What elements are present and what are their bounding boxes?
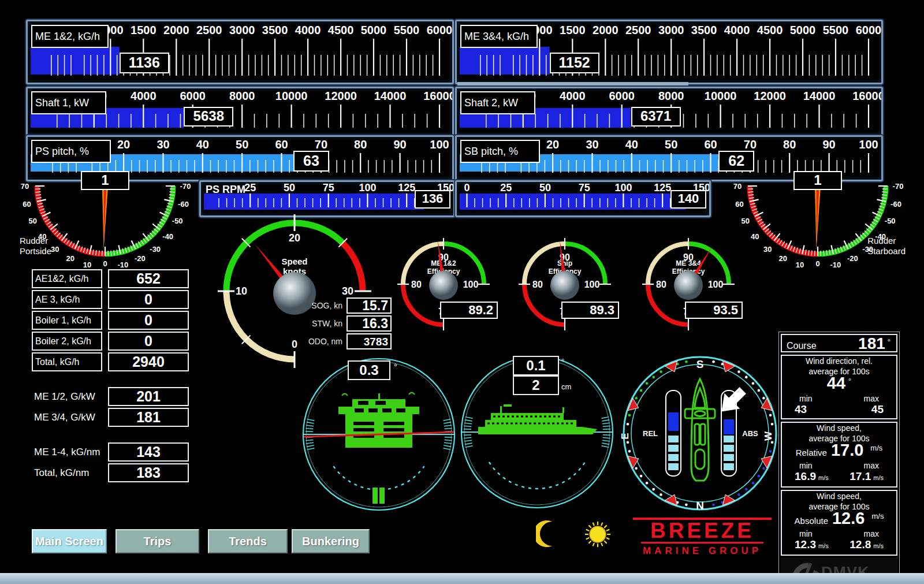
svg-text:N: N bbox=[696, 500, 704, 512]
svg-text:1500: 1500 bbox=[560, 24, 586, 36]
svg-text:60: 60 bbox=[23, 200, 31, 209]
svg-text:60: 60 bbox=[275, 138, 288, 151]
rudder-starboard-gauge: 706050403020100-10-20-30-40-50-60-70Rudd… bbox=[728, 171, 908, 270]
gauge-value-box: 6371 bbox=[631, 107, 681, 127]
svg-text:-10: -10 bbox=[118, 261, 129, 269]
sun-icon[interactable] bbox=[581, 518, 614, 551]
svg-text:70: 70 bbox=[744, 138, 757, 151]
gauge-value-box: 136 bbox=[415, 190, 450, 209]
svg-text:30: 30 bbox=[157, 138, 169, 151]
svg-text:80: 80 bbox=[411, 280, 422, 289]
svg-text:12000: 12000 bbox=[754, 90, 786, 102]
svg-text:Speed: Speed bbox=[281, 256, 307, 266]
svg-text:50: 50 bbox=[236, 138, 248, 151]
nav-panel: Course 181 ° Wind direction, rel. averag… bbox=[778, 332, 900, 584]
svg-text:ME 1&2: ME 1&2 bbox=[431, 259, 456, 267]
svg-text:2000: 2000 bbox=[593, 24, 619, 36]
svg-text:30: 30 bbox=[51, 245, 59, 254]
svg-text:8000: 8000 bbox=[229, 90, 255, 102]
svg-text:3000: 3000 bbox=[658, 24, 684, 36]
svg-text:S: S bbox=[696, 358, 704, 370]
main-screen-button[interactable]: Main Screen bbox=[32, 529, 107, 553]
me34-fuel-gauge: 1000150020002500300035004000450050005500… bbox=[455, 20, 883, 84]
svg-text:4000: 4000 bbox=[724, 24, 750, 36]
gauge-label: PS RPM bbox=[206, 184, 245, 196]
svg-text:20: 20 bbox=[117, 138, 130, 151]
svg-text:-50: -50 bbox=[885, 217, 896, 225]
gauge-label: Shaft 1, kW bbox=[31, 91, 106, 114]
table-row: ME 3/4, G/kW181 bbox=[32, 408, 189, 427]
me12-efficiency-gauge: 708090100ME 1&2Efficiency89.2 bbox=[385, 229, 502, 347]
svg-text:100: 100 bbox=[584, 280, 600, 289]
svg-text:E: E bbox=[620, 433, 631, 439]
efficiency-value-box: 89.2 bbox=[440, 302, 498, 319]
me34-efficiency-gauge: 708090100ME 3&4Efficiency93.5 bbox=[629, 229, 747, 347]
svg-text:16000: 16000 bbox=[423, 90, 452, 102]
svg-text:20: 20 bbox=[778, 254, 787, 263]
svg-text:-50: -50 bbox=[172, 217, 183, 225]
table-row: ME 1/2, G/kW201 bbox=[32, 387, 189, 406]
svg-text:125: 125 bbox=[654, 182, 671, 194]
svg-text:50: 50 bbox=[539, 182, 551, 194]
svg-text:50: 50 bbox=[742, 217, 750, 225]
wind-speed-absolute-box: Wind speed, average for 100s Absolute12.… bbox=[781, 490, 897, 556]
gauge-label: SB pitch, % bbox=[460, 140, 540, 163]
svg-text:2000: 2000 bbox=[163, 24, 189, 36]
table-row: ME 1-4, kG/nm143 bbox=[32, 442, 189, 462]
svg-text:90: 90 bbox=[393, 138, 406, 151]
svg-text:10: 10 bbox=[236, 285, 247, 297]
svg-text:20: 20 bbox=[546, 138, 559, 151]
trips-button[interactable]: Trips bbox=[116, 529, 199, 553]
svg-text:-30: -30 bbox=[150, 245, 161, 254]
svg-text:70: 70 bbox=[21, 182, 29, 191]
moon-icon[interactable] bbox=[536, 520, 564, 549]
svg-text:5000: 5000 bbox=[361, 24, 387, 36]
svg-text:-70: -70 bbox=[893, 182, 904, 191]
svg-text:50: 50 bbox=[665, 138, 677, 151]
breeze-logo: BREEZE MARINE GROUP bbox=[633, 518, 772, 557]
svg-text:0: 0 bbox=[103, 259, 107, 268]
gauge-label: PS pitch, % bbox=[31, 140, 111, 163]
svg-text:16000: 16000 bbox=[852, 90, 881, 102]
wind-speed-rel-value: 17.0 bbox=[831, 442, 863, 457]
wind-compass: SNEWRELABS bbox=[616, 349, 784, 518]
course-value: 181 bbox=[858, 335, 885, 352]
trim-angle-unit: ° bbox=[561, 357, 564, 366]
course-box: Course 181 ° bbox=[781, 334, 897, 352]
trends-button[interactable]: Trends bbox=[208, 529, 288, 553]
bunkering-button[interactable]: Bunkering bbox=[292, 529, 370, 553]
svg-text:20: 20 bbox=[66, 254, 74, 263]
svg-text:W: W bbox=[763, 431, 774, 441]
table-row: Total, kG/nm183 bbox=[32, 463, 189, 482]
wind-direction-box: Wind direction, rel. average for 100s 44… bbox=[781, 355, 897, 419]
svg-text:100: 100 bbox=[463, 280, 479, 289]
table-row: Total, kG/h2940 bbox=[32, 352, 189, 371]
svg-text:60: 60 bbox=[704, 138, 717, 151]
table-row: AE1&2, kG/h652 bbox=[32, 269, 189, 288]
gauge-label: ME 3&4, kG/h bbox=[460, 25, 538, 48]
svg-text:5500: 5500 bbox=[394, 24, 420, 36]
svg-text:30: 30 bbox=[586, 138, 598, 151]
svg-text:50: 50 bbox=[29, 217, 37, 225]
svg-text:0: 0 bbox=[464, 182, 470, 194]
gauge-value-box: 5638 bbox=[184, 107, 233, 127]
shaft2-power-gauge: 200040006000800010000120001400016000Shaf… bbox=[455, 87, 883, 136]
efficiency-value-box: 89.3 bbox=[561, 302, 619, 319]
gauge-value-box: 63 bbox=[293, 151, 329, 172]
rudder-value-box: 1 bbox=[81, 171, 129, 190]
scrollbar[interactable] bbox=[457, 82, 688, 85]
svg-text:4000: 4000 bbox=[560, 90, 586, 102]
svg-text:75: 75 bbox=[323, 182, 334, 194]
wind-speed-relative-box: Wind speed, average for 100s Relative17.… bbox=[781, 422, 897, 488]
svg-text:40: 40 bbox=[751, 232, 759, 241]
svg-text:125: 125 bbox=[398, 182, 415, 194]
rudder-value-box: 1 bbox=[793, 171, 842, 190]
table-row: AE 3, kG/h0 bbox=[32, 290, 189, 309]
gauge-value-box: 1136 bbox=[120, 53, 169, 73]
svg-text:-20: -20 bbox=[135, 254, 146, 263]
svg-text:10: 10 bbox=[83, 261, 91, 269]
svg-text:40: 40 bbox=[625, 138, 638, 151]
svg-text:3500: 3500 bbox=[262, 24, 288, 36]
svg-text:8000: 8000 bbox=[658, 90, 684, 102]
svg-text:100: 100 bbox=[614, 182, 632, 194]
